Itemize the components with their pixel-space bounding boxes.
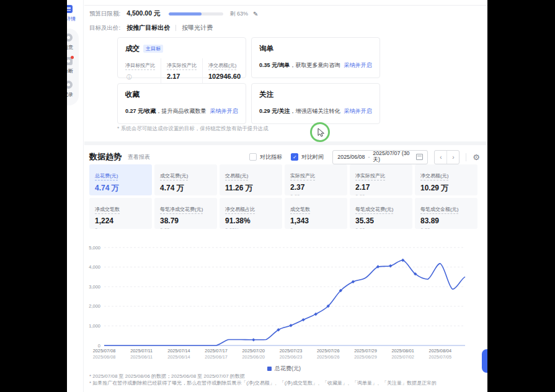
chart-legend: 总花费(元): [86, 365, 482, 373]
svg-text:2025/07/23: 2025/07/23: [280, 348, 303, 354]
date-nav-group: ‹ ›: [434, 150, 460, 164]
trend-header: 数据趋势 查看报表 对比指标 ✓ 对比时间 2025/06/08 - 2025/…: [89, 149, 480, 164]
compare-metric-label: 对比指标: [260, 153, 282, 161]
metric-value: 2.37: [290, 183, 342, 192]
metric-label: 每笔成交金额(元): [420, 206, 458, 214]
metric-value: 35.35: [355, 216, 407, 225]
metric-card-7[interactable]: 净成交笔数1,2240: [89, 198, 152, 229]
view-report-link[interactable]: 查看报表: [128, 153, 150, 161]
app-window: 广详情 创意诊断记录 预算日限额: 4,500.00 元 剩 63% ✎ 目标及…: [53, 0, 487, 392]
goal-tab-2[interactable]: 按曝光计费: [182, 24, 213, 32]
compare-metric-checkbox[interactable]: 对比指标: [249, 153, 282, 161]
svg-text:2025/07/14: 2025/07/14: [167, 348, 190, 354]
goal-label: 目标及出价:: [89, 24, 120, 32]
settings-gear-icon[interactable]: ⚙: [473, 153, 480, 162]
goal-card-关注[interactable]: 关注0.29 元/关注，增强店铺关注转化采纳并开启: [251, 83, 380, 124]
adopt-enable-link[interactable]: 采纳并开启: [344, 108, 372, 114]
date-range-picker[interactable]: 2025/06/08 - 2025/07/07 (30天): [332, 150, 428, 164]
suggest-price: 0.29 元/关注: [259, 108, 290, 114]
svg-text:2025/07/05: 2025/07/05: [429, 354, 452, 360]
suggest-price: 0.27 元/收藏: [125, 108, 156, 114]
metric-compare-value: 0: [95, 227, 146, 229]
goal-stat-label: 净实际投产比: [167, 62, 197, 70]
tab-divider: [175, 25, 176, 31]
metric-value: 4.74 万: [95, 183, 146, 194]
svg-text:2025/06/26: 2025/06/26: [317, 354, 340, 360]
goal-tabs: 按推广目标出价按曝光计费: [127, 24, 213, 32]
svg-text:2025/06/23: 2025/06/23: [280, 354, 303, 360]
svg-text:2025/07/20: 2025/07/20: [242, 348, 265, 354]
date-separator: -: [368, 154, 370, 160]
compare-time-checkbox[interactable]: ✓ 对比时间: [291, 153, 324, 161]
metric-card-12[interactable]: 每笔成交金额(元)83.890.00: [415, 198, 477, 229]
svg-text:2025/06/11: 2025/06/11: [130, 354, 153, 360]
checkbox-icon[interactable]: ✓: [291, 153, 298, 161]
metric-card-6[interactable]: 净交易额(元)10.29 万0.00: [415, 164, 477, 195]
budget-row: 预算日限额: 4,500.00 元 剩 63% ✎: [89, 9, 258, 19]
svg-text:2025/06/20: 2025/06/20: [242, 354, 265, 360]
metric-label: 总花费(元): [95, 172, 118, 180]
metric-compare-value: 0.00: [290, 194, 342, 195]
legend-label: 总花费(元): [275, 365, 301, 373]
metric-compare-value: 0: [290, 227, 342, 229]
goal-cards: 成交主目标净目标投产比ⓘ2.45✎净实际投产比2.17净交易额(元)102946…: [117, 37, 380, 124]
icon-inner: [67, 60, 70, 63]
budget-value: 4,500.00 元: [127, 9, 160, 18]
metric-card-4[interactable]: 实际投产比2.370.00: [285, 164, 347, 195]
goal-row: 目标及出价: 按推广目标出价按曝光计费: [89, 24, 213, 32]
budget-label: 预算日限额:: [89, 10, 120, 18]
goal-tab-1[interactable]: 按推广目标出价: [127, 24, 170, 32]
metric-value: 91.38%: [225, 216, 277, 225]
goal-stat-value: 2.17: [167, 73, 197, 80]
metric-card-2[interactable]: 成交花费(元)4.74 万0.00: [154, 164, 217, 195]
metric-label: 交易额(元): [225, 172, 248, 180]
date-end: 2025/07/07 (30天): [373, 150, 416, 164]
metric-label: 成交花费(元): [160, 172, 188, 180]
metric-value: 10.29 万: [420, 183, 472, 194]
next-period-button[interactable]: ›: [446, 151, 459, 164]
goal-card-询单[interactable]: 询单0.35 元/询单，获取更多意向咨询采纳并开启: [251, 37, 380, 78]
svg-text:2025/07/26: 2025/07/26: [317, 348, 340, 354]
metric-card-3[interactable]: 交易额(元)11.26 万0.00: [220, 164, 282, 195]
suggest-text: ，增强店铺关注转化: [290, 108, 340, 114]
metric-card-11[interactable]: 每笔成交花费(元)35.350.00: [350, 198, 412, 229]
suggest-price: 0.35 元/询单: [259, 62, 290, 68]
budget-remaining: 剩 63%: [229, 10, 248, 18]
goal-stat-label: 净交易额(元): [208, 62, 236, 70]
main-content: 预算日限额: 4,500.00 元 剩 63% ✎ 目标及出价: 按推广目标出价…: [84, 0, 487, 392]
goal-card-title: 成交主目标: [125, 44, 238, 53]
svg-text:2025/07/29: 2025/07/29: [354, 348, 377, 354]
info-icon[interactable]: ⓘ: [127, 74, 131, 80]
metric-card-10[interactable]: 成交笔数1,3430: [285, 198, 347, 229]
goal-card-title-text: 关注: [259, 90, 273, 99]
edit-budget-icon[interactable]: ✎: [253, 11, 258, 17]
date-start: 2025/06/08: [337, 154, 365, 160]
goal-card-title: 收藏: [125, 90, 238, 99]
goal-card-收藏[interactable]: 收藏0.27 元/收藏，提升商品收藏数量采纳并开启: [117, 83, 246, 124]
svg-text:2025/07/17: 2025/07/17: [205, 348, 228, 354]
svg-text:2025/08/01: 2025/08/01: [391, 348, 414, 354]
svg-text:2025/06/14: 2025/06/14: [167, 354, 190, 360]
metric-card-1[interactable]: 总花费(元)4.74 万0.00: [89, 164, 152, 195]
checkbox-icon[interactable]: [249, 153, 257, 161]
metric-value: 11.26 万: [225, 183, 277, 194]
trend-chart: 01,0002,0003,0004,0005,0002025/07/082025…: [86, 241, 482, 365]
primary-goal-badge: 主目标: [143, 45, 163, 53]
adopt-enable-link[interactable]: 采纳并开启: [210, 108, 238, 114]
goal-note: * 系统会尽可能达成你设置的目标，保持稳定投放有助于提升达成: [117, 125, 269, 133]
metric-card-8[interactable]: 每笔净成交花费(元)38.790.00: [154, 198, 217, 229]
svg-text:2025/06/29: 2025/06/29: [354, 354, 377, 360]
section-divider: [84, 141, 487, 145]
goal-card-title-text: 成交: [125, 44, 140, 53]
prev-period-button[interactable]: ‹: [435, 151, 446, 164]
metric-label: 净交易额(元): [420, 172, 448, 180]
adopt-enable-link[interactable]: 采纳并开启: [344, 62, 372, 68]
metric-value: 1,343: [290, 216, 342, 225]
goal-suggest-desc: 0.27 元/收藏，提升商品收藏数量采纳并开启: [125, 107, 238, 115]
metric-card-9[interactable]: 净交易额占比91.38%0.00%: [220, 198, 282, 229]
goal-card-title-text: 询单: [259, 44, 273, 53]
svg-text:2025/07/08: 2025/07/08: [93, 348, 116, 354]
metric-card-5[interactable]: 净实际投产比2.170.00: [350, 164, 412, 195]
goal-card-成交[interactable]: 成交主目标净目标投产比ⓘ2.45✎净实际投产比2.17净交易额(元)102946…: [117, 37, 246, 78]
screenshot-stage: 广详情 创意诊断记录 预算日限额: 4,500.00 元 剩 63% ✎ 目标及…: [0, 0, 555, 392]
